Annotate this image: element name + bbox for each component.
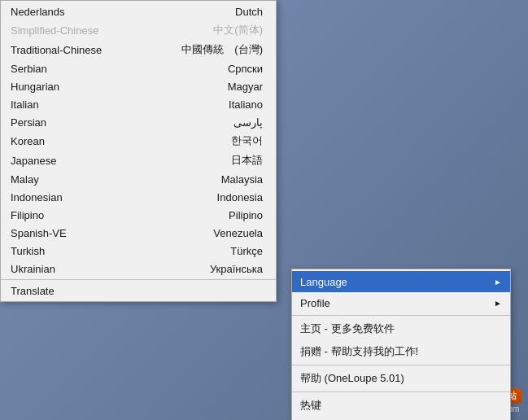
- context-item-donate[interactable]: 捐赠 - 帮助支持我的工作!: [292, 340, 510, 363]
- list-item[interactable]: Spanish-VE Venezuela: [1, 224, 276, 242]
- context-item-language[interactable]: Language ►: [292, 271, 510, 292]
- menu-divider: [292, 315, 510, 316]
- list-item[interactable]: Hungarian Magyar: [1, 77, 276, 95]
- list-item[interactable]: Turkish Türkçe: [1, 242, 276, 260]
- menu-divider: [1, 279, 276, 280]
- chevron-right-icon: ►: [494, 278, 502, 287]
- list-item[interactable]: Ukrainian Українська: [1, 260, 276, 278]
- list-item[interactable]: Serbian Српски: [1, 59, 276, 77]
- list-item[interactable]: Simplified-Chinese 中文(简体): [1, 20, 276, 40]
- language-submenu: Nederlands Dutch Simplified-Chinese 中文(简…: [0, 0, 277, 302]
- list-item[interactable]: Italian Italiano: [1, 95, 276, 113]
- context-item-help[interactable]: 帮助 (OneLoupe 5.01): [292, 367, 510, 390]
- context-menu: Language ► Profile ► 主页 - 更多免费软件 捐赠 - 帮助…: [291, 269, 511, 420]
- list-item[interactable]: Malay Malaysia: [1, 170, 276, 188]
- context-item-homepage[interactable]: 主页 - 更多免费软件: [292, 317, 510, 340]
- list-item-translate[interactable]: Translate: [1, 282, 276, 300]
- context-item-profile[interactable]: Profile ►: [292, 292, 510, 313]
- context-item-hotkey[interactable]: 热键: [292, 394, 510, 417]
- context-item-fullscreen[interactable]: 全屏 (开/关): [292, 417, 510, 420]
- list-item[interactable]: Traditional-Chinese 中國傳統 (台灣): [1, 40, 276, 59]
- list-item[interactable]: Nederlands Dutch: [1, 2, 276, 20]
- menu-divider: [292, 392, 510, 392]
- list-item[interactable]: Korean 한국어: [1, 131, 276, 151]
- list-item[interactable]: Japanese 日本語: [1, 151, 276, 170]
- list-item[interactable]: Persian پارسی: [1, 113, 276, 131]
- chevron-right-icon: ►: [494, 299, 502, 308]
- list-item[interactable]: Indonesian Indonesia: [1, 188, 276, 206]
- list-item[interactable]: Filipino Pilipino: [1, 206, 276, 224]
- menu-divider: [292, 365, 510, 365]
